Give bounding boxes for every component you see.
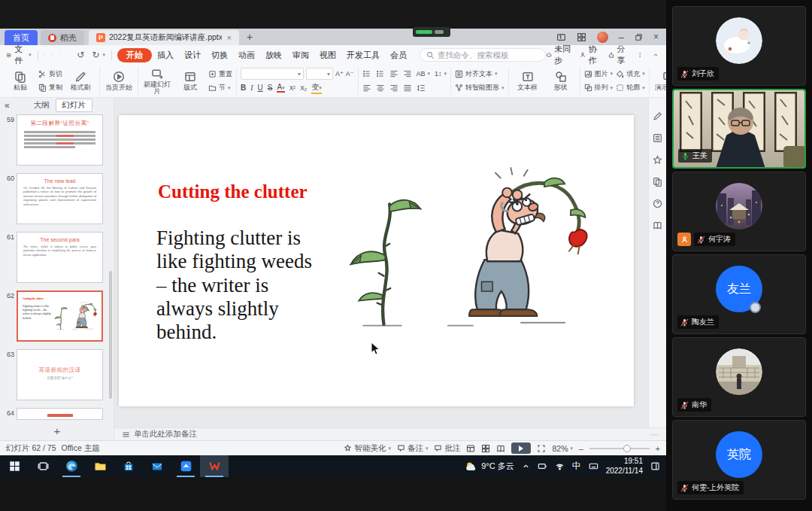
align-center-icon[interactable] bbox=[376, 84, 385, 93]
apps-grid-icon[interactable] bbox=[577, 32, 586, 42]
participant-tile[interactable]: 何宇涛 bbox=[672, 172, 806, 251]
add-slide-button[interactable]: + bbox=[0, 424, 114, 437]
font-color-button[interactable]: A▾ bbox=[277, 83, 284, 93]
paste-button[interactable]: 粘贴 bbox=[5, 67, 35, 95]
participant-tile[interactable]: 英院 何雯-上外英院 bbox=[672, 420, 806, 500]
slide-title[interactable]: Cutting the clutter bbox=[158, 181, 308, 202]
thumbnail-scrollbar[interactable] bbox=[109, 271, 112, 399]
sort-button[interactable]: 1↕▾ bbox=[435, 70, 447, 78]
menu-tab-design[interactable]: 设计 bbox=[179, 48, 206, 62]
menu-tab-start[interactable]: 开始 bbox=[117, 48, 152, 62]
file-menu[interactable]: 文件▾ bbox=[6, 44, 32, 66]
participant-tile[interactable]: 刘子欣 bbox=[672, 6, 806, 86]
sync-status[interactable]: 未同步 bbox=[546, 44, 571, 66]
resources-panel-icon[interactable] bbox=[653, 221, 662, 230]
thumbnail-slide-64[interactable] bbox=[17, 408, 103, 420]
increase-indent-icon[interactable] bbox=[403, 69, 412, 78]
save-icon[interactable] bbox=[52, 50, 53, 60]
reading-view-icon[interactable] bbox=[496, 444, 505, 453]
participant-tile-speaking[interactable]: 王美 bbox=[672, 89, 806, 169]
align-text-button[interactable]: 对齐文本▾ bbox=[455, 69, 504, 79]
format-painter-button[interactable]: 格式刷 bbox=[65, 67, 95, 95]
taskbar-mail[interactable] bbox=[143, 455, 171, 477]
shrink-font-button[interactable]: A⁻ bbox=[346, 70, 354, 78]
text-panel-icon[interactable] bbox=[653, 133, 662, 143]
normal-view-icon[interactable] bbox=[466, 444, 475, 453]
presentation-view-icon[interactable] bbox=[556, 32, 566, 42]
preview-icon[interactable] bbox=[68, 50, 69, 60]
align-right-icon[interactable] bbox=[389, 84, 398, 93]
font-family-select[interactable]: ▾ bbox=[241, 68, 304, 80]
slides-tab[interactable]: 幻灯片 bbox=[56, 99, 93, 112]
copy-button[interactable]: 复制 bbox=[38, 83, 62, 93]
zoom-knob[interactable] bbox=[623, 445, 631, 452]
beautify-button[interactable]: 智能美化▾ bbox=[344, 443, 391, 454]
grow-font-button[interactable]: A⁺ bbox=[335, 70, 344, 78]
help-panel-icon[interactable] bbox=[653, 199, 662, 208]
menu-tab-member[interactable]: 会员 bbox=[385, 48, 412, 62]
share-button[interactable]: 分享 bbox=[608, 44, 628, 66]
align-left-icon[interactable] bbox=[362, 84, 371, 93]
strikethrough-button[interactable]: S bbox=[268, 84, 273, 92]
shape-button[interactable]: 形状 bbox=[546, 67, 576, 95]
line-spacing-icon[interactable] bbox=[417, 84, 426, 93]
comments-button[interactable]: 批注 bbox=[434, 443, 460, 454]
zoom-slider[interactable] bbox=[589, 448, 650, 449]
menu-tab-transition[interactable]: 切换 bbox=[206, 48, 233, 62]
close-button[interactable]: × bbox=[653, 32, 659, 42]
collaborate-button[interactable]: 协作 bbox=[580, 44, 599, 66]
underline-button[interactable]: U bbox=[258, 84, 263, 92]
superscript-button[interactable]: X² bbox=[289, 84, 296, 92]
notes-button[interactable]: 备注▾ bbox=[397, 443, 429, 454]
close-tab-icon[interactable]: × bbox=[227, 33, 232, 42]
justify-icon[interactable] bbox=[403, 84, 412, 93]
menu-tab-view[interactable]: 视图 bbox=[314, 48, 341, 62]
numbered-list-icon[interactable] bbox=[376, 69, 385, 78]
account-avatar[interactable] bbox=[597, 32, 608, 43]
network-icon[interactable] bbox=[555, 461, 565, 471]
taskbar-store[interactable] bbox=[114, 455, 143, 477]
thumbnail-slide-63[interactable]: 英语新闻的汉译 尽量译得“像中文” bbox=[17, 349, 103, 400]
task-view-button[interactable] bbox=[29, 455, 57, 477]
thumbnail-slide-61[interactable]: The second para The notice, which is sub… bbox=[17, 232, 103, 283]
decrease-indent-icon[interactable] bbox=[389, 69, 398, 78]
present-tools-button[interactable]: 演示工具 bbox=[653, 67, 666, 95]
undo-icon[interactable]: ↺ bbox=[77, 50, 84, 60]
taskbar-edge[interactable] bbox=[57, 455, 86, 477]
zoom-level[interactable]: 82%▾ bbox=[552, 444, 573, 453]
cut-button[interactable]: 剪切 bbox=[38, 69, 62, 79]
layout-button[interactable]: 版式 bbox=[175, 67, 205, 95]
taskbar-explorer[interactable] bbox=[86, 455, 114, 477]
subscript-button[interactable]: X₂ bbox=[300, 84, 307, 92]
minimize-button[interactable]: – bbox=[619, 32, 624, 43]
weed-pulling-cartoon[interactable] bbox=[338, 166, 601, 342]
notes-bar[interactable]: 单击此处添加备注 ⋯ bbox=[114, 427, 666, 440]
tab-document[interactable]: P2022复旦英语新闻编译讲座.pptx× bbox=[89, 30, 239, 45]
participant-tile[interactable]: 南华 bbox=[672, 337, 806, 417]
more-options-icon[interactable] bbox=[637, 50, 643, 59]
thumbnail-slide-59[interactable]: 第二段解释“证照分离” bbox=[17, 114, 103, 166]
char-spacing-button[interactable]: AB▾ bbox=[417, 70, 431, 78]
arrange-button[interactable]: 排列▾ bbox=[584, 83, 614, 93]
italic-button[interactable]: I bbox=[250, 84, 253, 92]
font-size-select[interactable]: ▾ bbox=[306, 68, 333, 80]
smart-graphic-button[interactable]: 转智能图形▾ bbox=[455, 83, 504, 93]
theme-name[interactable]: Office 主题 bbox=[62, 443, 100, 454]
new-tab-button[interactable]: + bbox=[247, 31, 253, 43]
taskbar-meeting-app[interactable] bbox=[171, 455, 200, 477]
zoom-out-button[interactable]: – bbox=[579, 444, 583, 453]
slide-sorter-icon[interactable] bbox=[481, 444, 490, 453]
ime-keyboard-icon[interactable] bbox=[589, 461, 598, 471]
ime-mode[interactable]: 中 bbox=[572, 460, 581, 473]
participant-tile[interactable]: 友兰 陶友兰 bbox=[672, 254, 806, 334]
redo-icon[interactable]: ↻ bbox=[92, 50, 99, 60]
tab-docer[interactable]: 稻壳 bbox=[41, 30, 84, 45]
new-doc-icon[interactable] bbox=[44, 50, 44, 60]
bold-button[interactable]: B bbox=[241, 84, 246, 92]
tab-home[interactable]: 首页 bbox=[5, 30, 38, 45]
section-button[interactable]: 节▾ bbox=[208, 83, 232, 93]
thumbnail-slide-60[interactable]: On October 26, the Ministry of Culture a… bbox=[17, 173, 103, 224]
more-history-icon[interactable]: ▾ bbox=[102, 52, 105, 58]
clipboard-panel-icon[interactable] bbox=[653, 177, 662, 187]
reset-button[interactable]: 重置 bbox=[208, 69, 232, 79]
